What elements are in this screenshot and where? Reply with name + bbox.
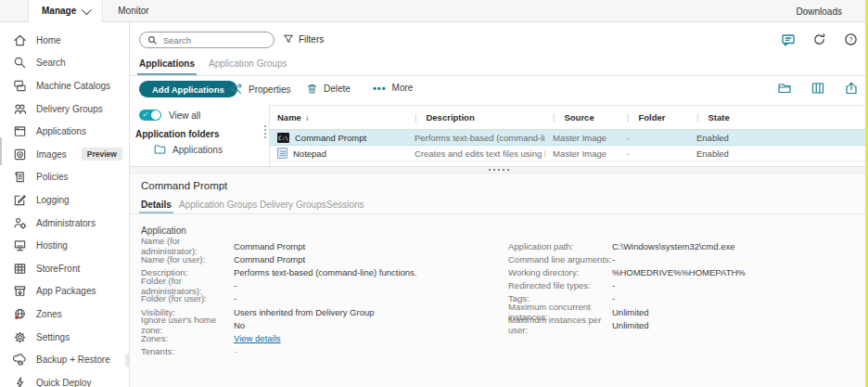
field-value: No <box>234 320 416 330</box>
sidebar-item-search[interactable]: Search <box>0 52 129 75</box>
sidebar-scrollbar[interactable] <box>0 137 2 165</box>
tab-monitor[interactable]: Monitor <box>103 6 163 16</box>
app-folder: - <box>619 133 689 143</box>
folders-panel-drag-handle[interactable] <box>264 125 266 138</box>
sidebar-item-label: Logging <box>36 195 70 205</box>
sidebar-item-delivery-groups[interactable]: Delivery Groups <box>0 97 129 121</box>
view-all-toggle-row: ✓ View all <box>139 110 200 121</box>
field-value: Users inherited from Delivery Group <box>234 307 416 317</box>
table-header-row: Name ↓ |Description |Source |Folder |Sta… <box>270 106 868 130</box>
view-details-link[interactable]: View details <box>234 333 281 343</box>
delete-button[interactable]: Delete <box>306 83 351 95</box>
sidebar-item-images[interactable]: Images Preview <box>0 143 129 166</box>
columns-icon[interactable] <box>811 81 825 97</box>
applications-table: Name ↓ |Description |Source |Folder |Sta… <box>269 105 868 166</box>
sidebar-item-backup-restore[interactable]: Backup + Restore Preview <box>0 348 129 371</box>
tab-manage[interactable]: Manage <box>28 0 103 22</box>
sidebar-item-quick-deploy[interactable]: Quick Deploy <box>0 371 129 387</box>
folder-item-applications[interactable]: Applications <box>154 144 223 155</box>
utility-row: Search Filters ? <box>130 31 868 53</box>
sidebar-item-machine-catalogs[interactable]: Machine Catalogs <box>0 74 129 97</box>
sidebar-item-label: Images <box>36 149 67 160</box>
more-button[interactable]: ••• More <box>373 83 413 93</box>
main-tabs: Applications Application Groups <box>130 56 868 76</box>
tab-details[interactable]: Details <box>141 200 172 210</box>
trash-icon <box>306 83 318 95</box>
field-label: Name (for user): <box>141 254 234 264</box>
panel-splitter[interactable] <box>130 166 868 174</box>
sidebar-item-zones[interactable]: Zones <box>0 303 129 326</box>
sidebar-item-policies[interactable]: Policies <box>0 166 129 189</box>
backup-restore-icon <box>13 353 27 367</box>
column-header-state[interactable]: |State <box>689 112 868 123</box>
tab-delivery-groups[interactable]: Delivery Groups <box>260 200 326 210</box>
sidebar-item-label: Search <box>36 58 66 68</box>
tab-application-groups[interactable]: Application Groups <box>209 58 287 69</box>
refresh-icon[interactable] <box>811 32 827 47</box>
sidebar-item-label: Applications <box>36 126 86 136</box>
field-value: %HOMEDRIVE%%HOMEPATH% <box>612 267 746 277</box>
properties-label: Properties <box>249 84 291 95</box>
sidebar-item-label: Administrators <box>36 218 96 228</box>
sidebar-item-settings[interactable]: Settings <box>0 326 129 349</box>
feedback-icon[interactable] <box>780 32 796 47</box>
toggle-check-icon: ✓ <box>142 110 148 121</box>
downloads-link[interactable]: Downloads <box>797 0 842 22</box>
field-value: - <box>612 254 746 264</box>
sidebar-item-applications[interactable]: Applications <box>0 120 129 143</box>
filter-funnel-icon <box>283 33 294 45</box>
help-icon[interactable]: ? <box>843 32 859 47</box>
sidebar-item-hosting[interactable]: Hosting <box>0 234 129 257</box>
main-content: Search Filters ? Applications Appl <box>130 22 868 387</box>
field-label: Command line arguments: <box>508 254 612 264</box>
view-all-label: View all <box>169 110 200 121</box>
svg-text:?: ? <box>849 35 853 44</box>
field-label: Redirected file types: <box>508 280 612 290</box>
table-row-notepad[interactable]: Notepad Creates and edits text files usi… <box>270 146 868 161</box>
sidebar-item-logging[interactable]: Logging <box>0 188 129 212</box>
tab-sessions[interactable]: Sessions <box>326 200 364 210</box>
sidebar-item-storefront[interactable]: StoreFront <box>0 257 129 280</box>
field-label: Tenants: <box>141 346 234 356</box>
toggle-knob <box>151 110 160 120</box>
details-title: Command Prompt <box>141 180 227 191</box>
folder-item-label: Applications <box>172 145 223 155</box>
column-header-name[interactable]: Name ↓ <box>270 112 407 123</box>
view-all-toggle[interactable]: ✓ <box>139 110 161 121</box>
column-header-folder[interactable]: |Folder <box>619 112 689 123</box>
quick-deploy-icon <box>13 376 27 387</box>
sidebar-item-label: Quick Deploy <box>36 378 91 387</box>
application-section-header: Application <box>141 226 186 236</box>
field-label: Name (for administrator): <box>141 236 234 256</box>
export-icon[interactable] <box>844 81 859 97</box>
sidebar-item-label: StoreFront <box>36 264 80 274</box>
column-header-source[interactable]: |Source <box>545 112 619 123</box>
add-applications-button[interactable]: Add Applications <box>139 81 237 97</box>
properties-wrench-icon <box>230 83 243 96</box>
search-input[interactable]: Search <box>139 32 274 48</box>
field-value: Unlimited <box>612 320 746 330</box>
sidebar-item-label: Hosting <box>36 240 68 251</box>
field-label: Maximum instances per user: <box>508 315 612 335</box>
manage-label: Manage <box>42 6 76 16</box>
column-header-description[interactable]: |Description <box>407 112 545 123</box>
sidebar-item-administrators[interactable]: Administrators <box>0 212 129 235</box>
sidebar-item-label: Machine Catalogs <box>36 81 110 91</box>
sidebar-item-home[interactable]: Home <box>0 29 129 52</box>
table-row-command-prompt[interactable]: C:\ Command Prompt Performs text-based (… <box>270 130 868 146</box>
app-source: Master Image <box>545 133 619 143</box>
field-value: - <box>234 346 416 356</box>
more-label: More <box>392 83 414 93</box>
application-folders-header: Application folders <box>135 129 220 139</box>
logging-icon <box>13 193 27 207</box>
details-fields-left: Name (for administrator):Command Prompt … <box>141 239 416 358</box>
sidebar-item-app-packages[interactable]: App Packages <box>0 280 129 303</box>
tab-applications[interactable]: Applications <box>139 58 195 69</box>
field-value: Unlimited <box>612 307 746 317</box>
filters-button[interactable]: Filters <box>283 33 324 45</box>
administrators-icon <box>13 216 27 230</box>
sidebar-item-label: Delivery Groups <box>36 104 103 114</box>
folder-view-icon[interactable] <box>777 81 792 97</box>
tab-application-groups-detail[interactable]: Application Groups <box>179 200 258 210</box>
properties-button[interactable]: Properties <box>230 83 291 96</box>
